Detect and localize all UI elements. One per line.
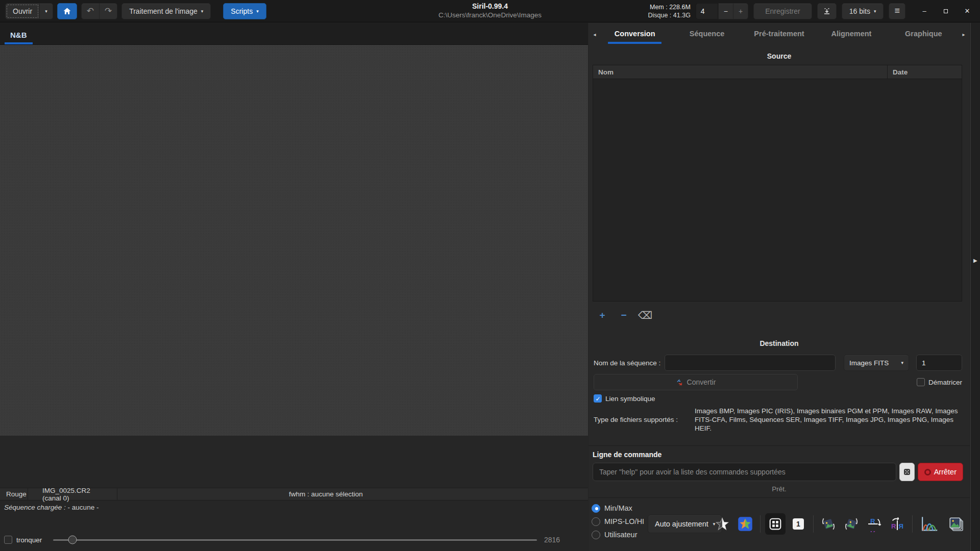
- convert-button[interactable]: Convertir: [594, 374, 798, 390]
- single-view-button[interactable]: 1: [788, 513, 808, 535]
- add-files-button[interactable]: +: [594, 308, 611, 323]
- command-line-row: Arrêter: [593, 463, 963, 481]
- save-as-button[interactable]: [817, 3, 837, 19]
- undo-icon: ↶: [87, 6, 94, 16]
- start-index-input[interactable]: [916, 355, 962, 371]
- convert-row: Convertir Dématricer: [594, 374, 962, 390]
- output-format-dropdown[interactable]: Images FITS ▾: [844, 355, 909, 371]
- active-tab-underline: [608, 42, 662, 44]
- rotate-right-icon: [843, 516, 860, 532]
- image-processing-menu-button[interactable]: Traitement de l'image ▾: [121, 3, 211, 19]
- open-dropdown-button[interactable]: ▾: [40, 3, 53, 19]
- bit-depth-value: 16 bits: [849, 7, 870, 15]
- panel-expander-arrow-icon[interactable]: ▶: [973, 258, 977, 263]
- image-stack-icon: [947, 515, 965, 533]
- radio-user-label: Utilisateur: [604, 531, 637, 539]
- histogram-button[interactable]: [917, 513, 942, 535]
- restore-button[interactable]: [938, 4, 953, 19]
- dice-icon: [903, 468, 911, 476]
- right-panel: ◂ Conversion Séquence Pré-traitement Ali…: [589, 23, 970, 551]
- memory-disk-status: Mem : 228.6M Disque : 41.3G: [648, 3, 690, 19]
- tab-sequence[interactable]: Séquence: [671, 24, 743, 44]
- remove-files-button[interactable]: −: [615, 308, 632, 323]
- supported-filetypes: Type de fichiers supportés : Images BMP,…: [594, 407, 958, 433]
- image-processing-label: Traitement de l'image: [129, 7, 198, 15]
- tabs-scroll-right-icon[interactable]: ▸: [960, 32, 968, 37]
- flip-vertical-button[interactable]: R R: [864, 513, 885, 535]
- save-button[interactable]: Enregistrer: [753, 3, 812, 19]
- bit-depth-dropdown[interactable]: 16 bits ▾: [842, 3, 884, 19]
- high-slider-thumb[interactable]: [68, 536, 77, 544]
- spin-increment-button[interactable]: +: [733, 3, 748, 19]
- tab-nb[interactable]: N&B: [3, 31, 34, 44]
- image-statusbar: Rouge IMG_0025.CR2 (canal 0) fwhm : aucu…: [0, 488, 588, 500]
- high-cutoff-slider[interactable]: [53, 539, 537, 541]
- redo-button[interactable]: ↷: [100, 3, 117, 19]
- tab-nb-label: N&B: [10, 31, 27, 39]
- stop-button[interactable]: Arrêter: [918, 463, 963, 481]
- radio-user[interactable]: Utilisateur: [592, 528, 644, 541]
- scripts-label: Scripts: [231, 7, 253, 15]
- spin-decrement-button[interactable]: −: [718, 3, 733, 19]
- tab-pretreatment[interactable]: Pré-traitement: [743, 24, 815, 44]
- sequence-status: Séquence chargée : - aucune -: [4, 504, 99, 511]
- radio-mips[interactable]: MIPS-LO/HI: [592, 515, 644, 528]
- auto-adjust-dropdown[interactable]: Auto ajustement ▾: [648, 515, 722, 533]
- minimize-button[interactable]: –: [917, 4, 932, 19]
- divider: [813, 515, 814, 533]
- thread-count-input[interactable]: 4: [696, 3, 718, 19]
- source-file-list[interactable]: Nom Date: [593, 65, 962, 302]
- sequence-value: - aucune -: [68, 504, 99, 511]
- grid-view-button[interactable]: [765, 513, 786, 535]
- tab-alignment[interactable]: Alignement: [815, 24, 887, 44]
- sequence-name-input[interactable]: [665, 355, 836, 371]
- save-as-icon: [823, 7, 831, 15]
- undo-button[interactable]: ↶: [81, 3, 100, 19]
- high-cutoff-row: tronquer 2816: [4, 533, 571, 546]
- destination-form: Nom de la séquence : Images FITS ▾: [594, 355, 962, 371]
- hamburger-menu-button[interactable]: ≡: [889, 3, 905, 19]
- tabs-scroll-left-icon[interactable]: ◂: [591, 32, 599, 37]
- filename-status: IMG_0025.CR2 (canal 0): [28, 488, 117, 500]
- active-tab-underline: [5, 42, 33, 44]
- color-calibration-button[interactable]: [735, 513, 755, 535]
- close-button[interactable]: ✕: [960, 4, 975, 19]
- column-header-date[interactable]: Date: [887, 65, 962, 79]
- command-history-button[interactable]: [899, 463, 915, 481]
- tab-conversion[interactable]: Conversion: [599, 24, 671, 44]
- clear-list-button[interactable]: ⌫: [636, 308, 654, 323]
- radio-minmax[interactable]: Min/Max: [592, 502, 644, 515]
- plus-icon: +: [599, 310, 605, 321]
- symlink-option[interactable]: Lien symbolique: [594, 394, 655, 403]
- open-button[interactable]: Ouvrir: [5, 3, 40, 19]
- minus-icon: −: [621, 310, 626, 321]
- truncate-checkbox[interactable]: [4, 536, 12, 544]
- svg-text:R: R: [891, 522, 896, 530]
- image-canvas[interactable]: [0, 45, 588, 436]
- stacking-button[interactable]: [944, 513, 968, 535]
- divider: [589, 497, 970, 498]
- memory-status: Mem : 228.6M: [648, 3, 690, 11]
- symlink-checkbox[interactable]: [594, 394, 602, 403]
- tab-graph[interactable]: Graphique: [888, 24, 960, 44]
- debayer-checkbox[interactable]: [917, 378, 925, 386]
- grid-view-icon: [769, 517, 782, 531]
- radio-icon: [592, 504, 600, 513]
- home-button[interactable]: [57, 3, 77, 19]
- stop-label: Arrêter: [934, 468, 957, 476]
- viewer-tabstrip: N&B: [0, 23, 588, 45]
- radio-mips-label: MIPS-LO/HI: [604, 517, 644, 525]
- flip-horizontal-button[interactable]: R R: [887, 513, 908, 535]
- rotate-left-button[interactable]: [818, 513, 839, 535]
- scripts-menu-button[interactable]: Scripts ▾: [223, 3, 266, 19]
- fwhm-status: fwhm : aucune sélection: [117, 488, 588, 500]
- divider: [760, 515, 761, 533]
- column-header-name[interactable]: Nom: [593, 65, 887, 79]
- half-star-icon: [715, 517, 729, 531]
- negative-view-button[interactable]: [712, 513, 732, 535]
- chevron-down-icon: ▾: [901, 360, 903, 365]
- debayer-option[interactable]: Dématricer: [917, 378, 962, 386]
- symlink-label: Lien symbolique: [605, 395, 655, 403]
- command-input[interactable]: [593, 463, 896, 481]
- rotate-right-button[interactable]: [841, 513, 862, 535]
